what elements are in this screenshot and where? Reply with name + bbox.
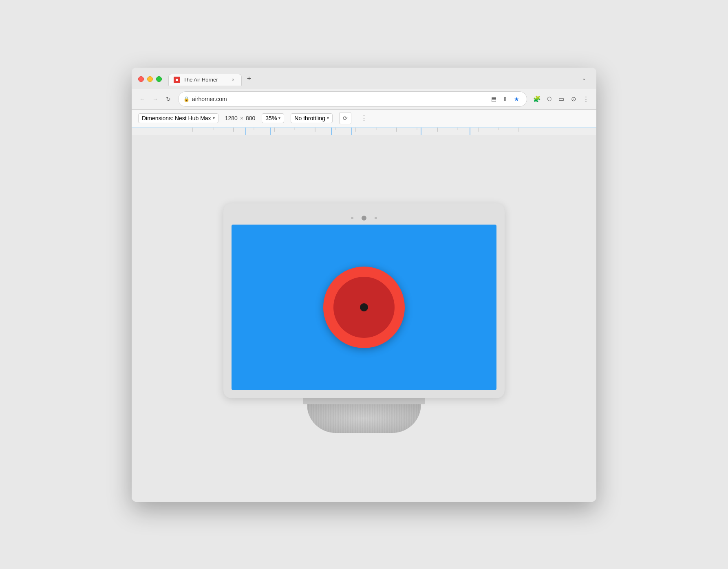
horn-inner-ring [333,277,395,338]
dimension-x-label: × [240,115,243,121]
zoom-label: 35% [265,115,277,121]
device-base-cylinder [307,404,421,433]
puzzle-icon: 🧩 [533,95,541,103]
address-actions: ⬒ ⬆ ★ [488,94,522,104]
device-toolbar-more-button[interactable]: ⋮ [358,112,370,124]
svg-rect-0 [132,128,596,135]
device-selector[interactable]: Dimensions: Nest Hub Max ▾ [138,113,218,123]
chrome-menu-button[interactable]: ⋮ [580,93,591,105]
tab-title: The Air Horner [183,77,227,83]
device-indicator-right [375,217,377,219]
back-button[interactable]: ← [137,93,148,105]
lock-icon: 🔒 [183,96,190,102]
rotate-icon: ⟳ [343,115,348,121]
ruler [132,128,596,135]
dimension-value: 1280 × 800 [225,115,256,121]
external-link-icon: ⬒ [491,96,496,102]
share-icon: ⬆ [503,96,507,102]
browser-window: The Air Horner × + ⌄ ← → ↻ 🔒 [132,68,596,502]
throttle-label: No throttling [294,115,325,121]
throttle-selector[interactable]: No throttling ▾ [291,113,332,123]
new-tab-button[interactable]: + [243,73,255,85]
forward-button[interactable]: → [150,93,161,105]
horn-outer-ring [323,267,405,348]
bookmark-button[interactable]: ★ [511,94,522,104]
account-button[interactable]: ⊙ [568,93,579,105]
device-camera [362,216,366,221]
more-icon: ⋮ [583,95,589,103]
air-horn-graphic [323,267,405,348]
horn-center-dot [360,303,368,311]
sidebar-icon: ▭ [558,95,564,103]
account-icon: ⊙ [571,95,576,103]
device-mockup [223,203,505,433]
device-frame [223,203,505,398]
rotate-button[interactable]: ⟳ [339,112,351,124]
extensions-button[interactable]: 🧩 [531,93,543,105]
address-bar[interactable]: 🔒 airhorner.com ⬒ ⬆ ★ [178,91,527,107]
throttle-dropdown-icon: ▾ [327,116,329,120]
url-text: airhorner.com [192,96,486,102]
device-toolbar: Dimensions: Nest Hub Max ▾ 1280 × 800 35… [132,110,596,128]
external-link-button[interactable]: ⬒ [488,94,499,104]
device-toolbar-more-icon: ⋮ [361,114,367,122]
chevron-down-icon: ⌄ [582,75,586,81]
flask-icon: ⬡ [547,96,552,102]
forward-icon: → [152,96,158,102]
flask-button[interactable]: ⬡ [543,93,555,105]
tabs-row: The Air Horner × + ⌄ [168,73,590,86]
share-button[interactable]: ⬆ [500,94,510,104]
device-indicator-left [351,217,353,219]
device-dropdown-icon: ▾ [213,116,215,120]
height-value: 800 [246,115,255,121]
active-tab[interactable]: The Air Horner × [168,74,242,86]
zoom-selector[interactable]: 35% ▾ [262,113,284,123]
nav-bar: ← → ↻ 🔒 airhorner.com ⬒ ⬆ ★ [132,89,596,110]
title-bar: The Air Horner × + ⌄ [132,68,596,89]
close-button[interactable] [138,76,144,82]
device-top-bar [232,216,496,221]
toolbar-actions: 🧩 ⬡ ▭ ⊙ ⋮ [531,93,591,105]
star-icon: ★ [514,96,519,102]
device-label: Dimensions: Nest Hub Max [142,115,211,121]
minimize-button[interactable] [147,76,153,82]
window-controls: ⌄ [578,73,590,84]
back-icon: ← [139,96,145,102]
width-value: 1280 [225,115,238,121]
zoom-dropdown-icon: ▾ [278,116,280,120]
maximize-button[interactable] [156,76,162,82]
device-screen[interactable] [232,225,496,390]
tab-favicon [174,77,180,83]
content-area [132,135,596,502]
title-bar-top: The Air Horner × + ⌄ [138,73,590,86]
traffic-lights [138,76,162,82]
tab-close-button[interactable]: × [230,77,236,83]
refresh-icon: ↻ [166,96,171,102]
sidebar-button[interactable]: ▭ [556,93,567,105]
window-dropdown-button[interactable]: ⌄ [578,73,590,84]
refresh-button[interactable]: ↻ [163,93,174,105]
device-base [223,396,505,433]
